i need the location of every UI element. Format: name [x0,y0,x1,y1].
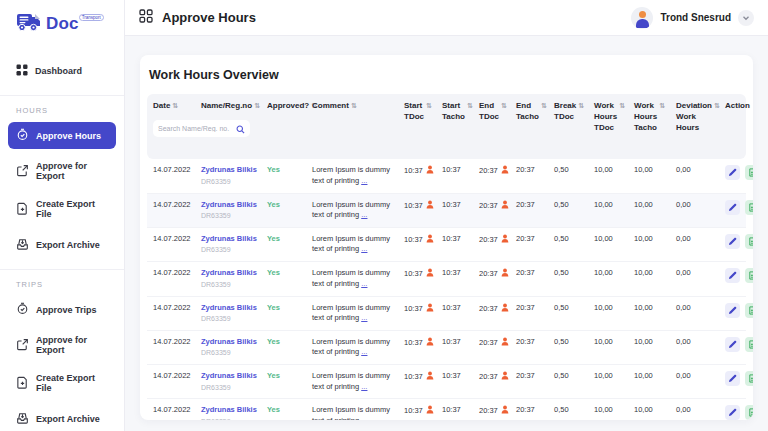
sidebar-item-approve-for-export-hours[interactable]: Approve for Export [8,155,116,187]
edit-pencil-icon[interactable] [725,165,740,180]
search-icon[interactable] [236,120,245,138]
cell-end-tdoc: 20:37 [479,303,516,316]
main-content: Work Hours Overview Date⇅ Name/Reg.no⇅ A… [125,36,768,431]
cell-date: 14.07.2022 [153,303,201,314]
export-sheet-icon[interactable] [745,200,753,215]
sort-icon[interactable]: ⇅ [501,101,507,123]
cell-actions [725,200,753,215]
sidebar-item-approve-for-export-trips[interactable]: Approve for Export [8,329,116,361]
cell-comment: Lorem Ipsum is dummy text of printing ..… [312,371,404,392]
table-row[interactable]: 14.07.2022 Zydrunas Bilkis DR63359 Yes L… [147,331,746,365]
sort-icon[interactable]: ⇅ [714,101,720,133]
reg-no: DR63359 [201,177,263,187]
cell-name-regno: Zydrunas Bilkis DR63359 [201,200,267,221]
page-grid-icon [139,9,153,27]
cell-end-tdoc: 20:37 [479,405,516,418]
comment-more-link[interactable]: ... [361,347,367,356]
person-icon [501,234,509,247]
sort-icon[interactable]: ⇅ [619,101,625,133]
sidebar-item-export-archive-hours[interactable]: Export Archive [8,231,116,258]
driver-name-link[interactable]: Zydrunas Bilkis [201,337,263,348]
driver-name-link[interactable]: Zydrunas Bilkis [201,234,263,245]
sort-icon[interactable]: ⇅ [426,101,432,123]
comment-more-link[interactable]: ... [361,244,367,253]
cell-approved: Yes [267,200,312,211]
export-sheet-icon[interactable] [745,337,753,352]
export-sheet-icon[interactable] [745,405,753,420]
edit-pencil-icon[interactable] [725,200,740,215]
comment-more-link[interactable]: ... [361,176,367,185]
cell-start-tacho: 10:37 [442,165,479,176]
col-action: Action [725,101,750,112]
truck-logo-icon [16,12,42,36]
comment-more-link[interactable]: ... [361,382,367,391]
person-icon [501,268,509,281]
export-sheet-icon[interactable] [745,165,753,180]
cell-start-tdoc: 10:37 [404,234,442,247]
edit-pencil-icon[interactable] [725,268,740,283]
search-input[interactable] [158,125,236,132]
cell-end-tacho: 20:37 [516,337,554,348]
export-sheet-icon[interactable] [745,234,753,249]
col-end-tdoc: End TDoc⇅ [479,101,516,123]
sidebar-item-label: Approve Hours [36,131,101,141]
avatar-head [639,11,646,18]
reg-no: DR63359 [201,245,263,255]
sort-icon[interactable]: ⇅ [541,101,547,123]
table-row[interactable]: 14.07.2022 Zydrunas Bilkis DR63359 Yes L… [147,228,746,262]
col-work-hours-tdoc: Work Hours TDoc⇅ [594,101,634,133]
driver-name-link[interactable]: Zydrunas Bilkis [201,303,263,314]
table-row[interactable]: 14.07.2022 Zydrunas Bilkis DR63359 Yes L… [147,262,746,296]
cell-work-hours-tacho: 10,00 [634,371,676,382]
sidebar-item-export-archive-trips[interactable]: Export Archive [8,405,116,431]
cell-deviation: 0,00 [676,371,725,382]
cell-end-tdoc: 20:37 [479,200,516,213]
table-row[interactable]: 14.07.2022 Zydrunas Bilkis DR63359 Yes L… [147,365,746,399]
export-sheet-icon[interactable] [745,371,753,386]
driver-name-link[interactable]: Zydrunas Bilkis [201,268,263,279]
comment-more-link[interactable]: ... [361,313,367,322]
user-avatar[interactable] [631,7,653,29]
comment-more-link[interactable]: ... [361,416,367,420]
sidebar-item-dashboard[interactable]: Dashboard [8,58,116,84]
export-sheet-icon[interactable] [745,303,753,318]
reg-no: DR63359 [201,280,263,290]
cell-start-tacho: 10:37 [442,200,479,211]
driver-name-link[interactable]: Zydrunas Bilkis [201,371,263,382]
sort-icon[interactable]: ⇅ [467,101,473,123]
sort-icon[interactable]: ⇅ [659,101,665,133]
edit-pencil-icon[interactable] [725,303,740,318]
sidebar-item-approve-hours[interactable]: Approve Hours [8,122,116,149]
sort-icon[interactable]: ⇅ [254,101,260,112]
edit-pencil-icon[interactable] [725,337,740,352]
sort-icon[interactable]: ⇅ [172,101,178,112]
comment-text: Lorem Ipsum is dummy text of printing [312,268,390,288]
sort-icon[interactable]: ⇅ [351,101,357,112]
table-row[interactable]: 14.07.2022 Zydrunas Bilkis DR63359 Yes L… [147,159,746,193]
table-row[interactable]: 14.07.2022 Zydrunas Bilkis DR63359 Yes L… [147,399,746,420]
edit-pencil-icon[interactable] [725,405,740,420]
cell-work-hours-tdoc: 10,00 [594,165,634,176]
sidebar-item-approve-trips[interactable]: Approve Trips [8,296,116,323]
user-menu-chevron-down-icon[interactable] [738,10,754,26]
cell-actions [725,303,753,318]
edit-pencil-icon[interactable] [725,371,740,386]
sidebar-item-create-export-file-hours[interactable]: Create Export File [8,193,116,225]
comment-more-link[interactable]: ... [361,279,367,288]
cell-work-hours-tacho: 10,00 [634,337,676,348]
driver-name-link[interactable]: Zydrunas Bilkis [201,165,263,176]
comment-more-link[interactable]: ... [361,210,367,219]
col-start-tdoc: Start TDoc⇅ [404,101,442,123]
sidebar-item-create-export-file-trips[interactable]: Create Export File [8,367,116,399]
sidebar-item-label: Dashboard [35,66,82,76]
sort-icon[interactable]: ⇅ [578,101,584,123]
driver-name-link[interactable]: Zydrunas Bilkis [201,405,263,416]
brand-logo[interactable]: Doc Transport [0,0,124,46]
table-row[interactable]: 14.07.2022 Zydrunas Bilkis DR63359 Yes L… [147,297,746,331]
table-row[interactable]: 14.07.2022 Zydrunas Bilkis DR63359 Yes L… [147,194,746,228]
edit-pencil-icon[interactable] [725,234,740,249]
cell-start-tacho: 10:37 [442,371,479,382]
driver-name-link[interactable]: Zydrunas Bilkis [201,200,263,211]
cell-end-tdoc: 20:37 [479,268,516,281]
export-sheet-icon[interactable] [745,268,753,283]
